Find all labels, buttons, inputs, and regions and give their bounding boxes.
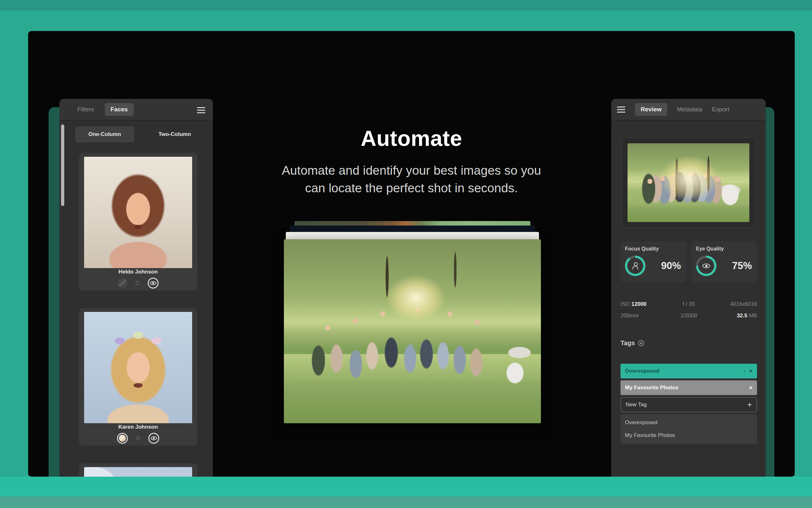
tab-export[interactable]: Export: [712, 106, 729, 113]
hero-photo: [284, 239, 541, 423]
face-name: Heldo Johnson: [79, 269, 197, 275]
resolution-value: 4016x6016: [712, 301, 757, 307]
menu-icon[interactable]: [617, 107, 625, 113]
tag-pill-favourite[interactable]: My Favourite Photos ×: [621, 380, 757, 395]
eye-quality-card: Eye Quality 75%: [691, 242, 757, 282]
focus-quality-label: Focus Quality: [625, 246, 681, 252]
tag-option[interactable]: My Favourite Photos: [621, 429, 757, 442]
eye-quality-value: 75%: [732, 260, 752, 271]
tab-filters[interactable]: Filters: [77, 106, 94, 113]
tab-metadata[interactable]: Metadata: [677, 106, 702, 113]
selected-photo-thumbnail: [627, 143, 749, 222]
hero-subheading: Automate and identify your best images s…: [220, 162, 603, 197]
face-photo: [84, 467, 192, 477]
eye-quality-ring: [696, 256, 716, 276]
avatar-icon[interactable]: [117, 433, 128, 444]
droplet-icon[interactable]: [136, 436, 141, 441]
new-tag-field: +: [621, 397, 757, 412]
tab-review[interactable]: Review: [635, 103, 667, 116]
hero-subheading-line1: Automate and identify your best images s…: [282, 164, 541, 177]
faces-panel: Filters Faces One-Column Two-Column Held…: [59, 99, 213, 477]
tag-pill-overexposed[interactable]: Overexposed ↑ ×: [621, 364, 757, 378]
teal-background: Filters Faces One-Column Two-Column Held…: [0, 0, 812, 508]
eye-quality-label: Eye Quality: [696, 246, 753, 252]
tag-option[interactable]: Overexposed: [621, 416, 757, 429]
face-card[interactable]: Karen Johnson: [79, 308, 197, 446]
tag-suggestions: Overexposed My Favourite Photos: [621, 414, 757, 444]
avatar-icon[interactable]: [117, 278, 127, 288]
tags-settings-icon[interactable]: [638, 340, 644, 346]
selected-photo-frame: [622, 137, 755, 228]
eye-icon: [702, 264, 710, 268]
arrow-up-icon[interactable]: ↑: [743, 368, 746, 375]
new-tag-input[interactable]: [626, 401, 748, 408]
close-icon[interactable]: ×: [749, 368, 753, 375]
focus-quality-value: 90%: [661, 260, 681, 271]
focus-quality-ring: [625, 256, 646, 276]
face-photo: [84, 157, 192, 268]
face-name: Karen Johnson: [79, 424, 197, 430]
eye-icon[interactable]: [148, 278, 158, 289]
menu-icon[interactable]: [197, 107, 205, 113]
eye-icon[interactable]: [148, 433, 159, 444]
aperture-value: f / 20: [666, 301, 711, 307]
tags-label: Tags: [621, 339, 635, 347]
file-size-value: 32.5 MB: [712, 312, 757, 319]
iso-value: ISO 12000: [621, 301, 666, 307]
app-window: Filters Faces One-Column Two-Column Held…: [28, 31, 795, 477]
focal-length-value: 200mm: [621, 312, 666, 319]
droplet-icon[interactable]: [135, 281, 140, 286]
face-card[interactable]: Heldo Johnson: [79, 153, 197, 291]
shutter-value: 1/2000: [666, 312, 711, 319]
face-photo: [84, 312, 192, 423]
hero-subheading-line2: can locate the perfect shot in seconds.: [305, 181, 518, 195]
focus-quality-card: Focus Quality 90%: [621, 242, 686, 282]
person-icon: [632, 262, 639, 269]
review-panel-header: Review Metadata Export: [611, 99, 766, 121]
tab-faces[interactable]: Faces: [105, 103, 134, 116]
review-panel: Review Metadata Export Focus Quality 90%…: [611, 99, 766, 477]
face-card[interactable]: [79, 463, 197, 477]
add-tag-icon[interactable]: +: [748, 400, 752, 409]
exif-metadata: ISO 12000 f / 20 4016x6016 200mm 1/2000 …: [621, 301, 757, 319]
close-icon[interactable]: ×: [749, 384, 753, 391]
faces-panel-header: Filters Faces: [59, 99, 213, 121]
